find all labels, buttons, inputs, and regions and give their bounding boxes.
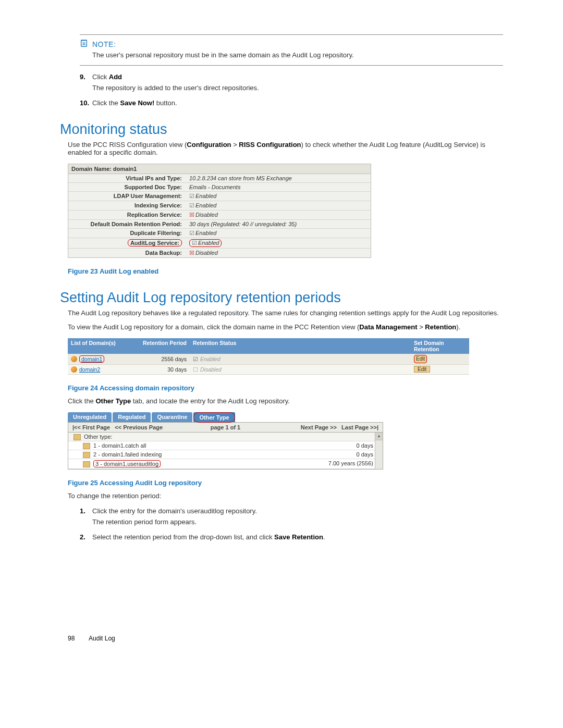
next-page-link[interactable]: Next Page >> [301,424,337,430]
page-number: 98 [68,635,75,642]
folder-icon [83,452,90,458]
table-row[interactable]: 2 - domain1.failed indexing0 days [68,450,383,459]
row-label: 3 - domain1.userauditlog [83,460,161,467]
config-value: Disabled [186,211,371,219]
edit-button[interactable]: Edit [414,355,427,363]
repository-panel: Unregulated Regulated Quarantine Other T… [68,412,383,470]
config-row: Supported Doc Type:Emails - Documents [68,183,371,192]
config-row: Duplicate Filtering:Enabled [68,229,371,238]
tab-regulated[interactable]: Regulated [113,412,151,422]
config-label: Data Backup: [68,249,186,257]
step-1: 1. Click the entry for the domain's user… [80,507,503,515]
edit-button[interactable]: Edit [414,366,430,373]
step-2: 2. Select the retention period from the … [80,533,503,541]
page-footer: 98 Audit Log [68,635,503,642]
config-label: Replication Service: [68,211,186,219]
footer-title: Audit Log [89,635,115,642]
note-label: NOTE: [92,40,116,48]
domain-link[interactable]: domain2 [79,366,100,373]
col-header: Retention Status [190,338,411,354]
figure-23-caption: Figure 23 Audit Log enabled [68,267,503,275]
config-value: Enabled [186,238,371,248]
config-row: AuditLog Service:Enabled [68,238,371,249]
col-header: Set Domain Retention [411,338,469,354]
scrollbar[interactable]: ▲ [375,433,383,469]
last-page-link[interactable]: Last Page >>| [341,424,378,430]
heading-retention-periods: Setting Audit Log repository retention p… [60,290,503,306]
row-label: 1 - domain1.catch all [83,442,146,449]
row-value: 0 days [357,442,373,449]
retention-period: 30 days [131,365,190,374]
domain-list-table: List of Domain(s) Retention Period Reten… [68,338,469,375]
body-text: To view the Audit Log repository for a d… [68,323,503,331]
scroll-up-icon[interactable]: ▲ [375,433,383,440]
body-text: To change the retention period: [68,492,503,500]
config-label: Default Domain Retention Period: [68,220,186,228]
retention-period: 2556 days [131,355,190,363]
page-indicator: page 1 of 1 [211,424,240,430]
config-label: Supported Doc Type: [68,183,186,191]
config-row: Default Domain Retention Period:30 days … [68,220,371,229]
first-page-link[interactable]: |<< First Page [72,424,110,430]
config-value: Emails - Documents [186,183,371,191]
table-row[interactable]: 1 - domain1.catch all0 days [68,441,383,450]
domain-link[interactable]: domain1 [79,355,104,363]
note-body: The user's personal repository must be i… [80,49,503,62]
table-row: Other type: [68,433,383,441]
folder-icon [74,434,81,440]
config-row: LDAP User Management:Enabled [68,192,371,201]
config-label: AuditLog Service: [68,238,186,248]
config-value: Disabled [186,249,371,257]
config-value: 30 days (Regulated: 40 // unregulated: 3… [186,220,371,228]
config-row: Virtual IPs and Type:10.2.8.234 can stor… [68,174,371,183]
note-header: NOTE: [80,38,503,49]
config-label: LDAP User Management: [68,192,186,201]
config-value: Enabled [186,201,371,210]
config-value: Enabled [186,192,371,201]
tab-other-type[interactable]: Other Type [193,412,235,422]
tab-unregulated[interactable]: Unregulated [68,412,112,422]
col-header: Retention Period [131,338,190,354]
checkbox-icon [193,366,200,373]
config-label: Duplicate Filtering: [68,229,186,238]
figure-24-caption: Figure 24 Accessing domain repository [68,384,503,392]
step-9-sub: The repository is added to the user's di… [92,84,503,92]
body-text: The Audit Log repository behaves like a … [68,309,503,317]
row-value: 7.00 years (2556) [328,460,373,467]
figure-25-caption: Figure 25 Accessing Audit Log repository [68,479,503,487]
step-number: 1. [80,507,92,515]
note-icon [80,39,88,49]
config-label: Indexing Service: [68,201,186,210]
config-value: 10.2.8.234 can store from MS Exchange [186,174,371,182]
row-label: 2 - domain1.failed indexing [83,451,162,458]
body-text: Click the Other Type tab, and locate the… [68,397,503,405]
heading-monitoring-status: Monitoring status [60,121,503,138]
table-row[interactable]: 3 - domain1.userauditlog7.00 years (2556… [68,459,383,469]
config-row: Data Backup:Disabled [68,249,371,257]
prev-page-link[interactable]: << Previous Page [115,424,163,430]
world-icon [71,356,77,362]
config-header: Domain Name: domain1 [68,164,371,174]
world-icon [71,366,77,373]
folder-icon [83,443,90,449]
step-1-sub: The retention period form appears. [92,518,503,526]
step-9: 9. Click Add [80,73,503,81]
folder-icon [83,461,90,467]
config-label: Virtual IPs and Type: [68,174,186,182]
row-label: Other type: [74,434,112,440]
step-10: 10. Click the Save Now! button. [80,99,503,107]
checkbox-icon [193,356,200,362]
step-number: 9. [80,73,92,81]
config-table: Domain Name: domain1 Virtual IPs and Typ… [68,164,371,258]
tab-quarantine[interactable]: Quarantine [152,412,192,422]
row-value: 0 days [357,451,373,458]
step-number: 10. [80,99,92,107]
config-row: Indexing Service:Enabled [68,201,371,211]
body-text: Use the PCC RISS Configuration view (Con… [68,141,503,156]
pager: |<< First Page << Previous Page page 1 o… [68,422,383,433]
config-row: Replication Service:Disabled [68,211,371,220]
col-header: List of Domain(s) [68,338,131,354]
config-value: Enabled [186,229,371,238]
step-number: 2. [80,533,92,541]
